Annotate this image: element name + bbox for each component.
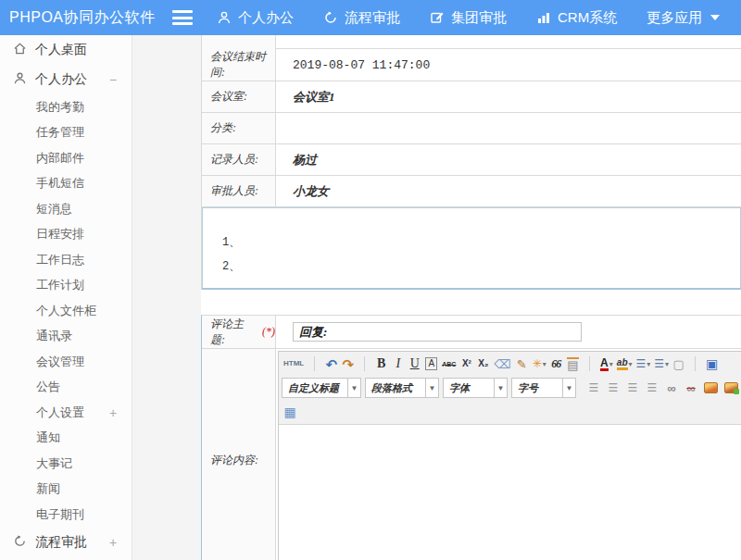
nav-workflow-approval[interactable]: 流程审批 <box>323 9 400 27</box>
chevron-down-icon: ▼ <box>425 379 438 397</box>
italic-icon[interactable]: I <box>390 353 407 375</box>
align-center-icon[interactable]: ☰ <box>605 377 622 399</box>
comment-subject-input[interactable] <box>293 322 582 342</box>
field-value: 杨过 <box>276 144 741 175</box>
sidebar-subitem[interactable]: 个人设置 + <box>0 400 132 426</box>
collapse-icon[interactable]: − <box>107 72 119 87</box>
table-icon[interactable]: ▦ <box>282 401 298 423</box>
table-row: 记录人员: 杨过 <box>202 144 741 176</box>
ordered-list-icon[interactable]: ☰ ▾ <box>634 353 653 375</box>
expand-icon[interactable]: + <box>107 535 119 550</box>
editor-toolbar-row-3: ▦ <box>279 400 741 425</box>
main-layout: 个人桌面 个人办公 − 我的考勤 任务管理 <box>0 35 741 560</box>
sidebar-subitem[interactable]: 手机短信 <box>0 171 132 197</box>
sidebar-subitem[interactable]: 日程安排 <box>0 222 132 248</box>
image-icon[interactable] <box>702 377 720 399</box>
toolbar-separator <box>687 353 704 375</box>
top-nav: 个人办公 流程审批 集团审批 CRM系统 更多应用 <box>217 9 720 27</box>
user-icon <box>13 71 27 88</box>
toolbar-separator <box>582 353 598 375</box>
sidebar-item-desktop[interactable]: 个人桌面 <box>0 35 132 65</box>
sidebar-subitem[interactable]: 公告 <box>0 375 132 401</box>
table-row: 会议室: 会议室1 <box>202 81 741 113</box>
multi-image-icon[interactable] <box>722 377 740 399</box>
content-line: 2、 <box>222 255 731 279</box>
comment-subject-label: 评论主题: (*) <box>202 316 276 348</box>
new-page-icon[interactable]: ▢ <box>671 353 687 375</box>
menu-toggle-icon[interactable] <box>172 10 193 25</box>
nav-crm-system[interactable]: CRM系统 <box>536 9 617 27</box>
remove-format-icon[interactable]: ⌫ <box>492 353 513 375</box>
blockquote-icon[interactable]: 66 <box>548 353 565 375</box>
superscript-icon[interactable]: X² <box>458 353 475 375</box>
subscript-icon[interactable]: X₂ <box>475 353 492 375</box>
chart-icon <box>536 10 551 25</box>
font-color-icon[interactable]: A ▾ <box>598 353 615 375</box>
nav-group-approval[interactable]: 集团审批 <box>430 9 507 27</box>
user-icon <box>217 10 232 25</box>
meeting-content-box: 1、 2、 <box>202 207 741 290</box>
sidebar-subitem[interactable]: 内部邮件 <box>0 145 132 171</box>
chevron-down-icon: ▼ <box>494 379 507 397</box>
font-size-select[interactable]: 字号 ▼ <box>511 378 576 398</box>
content-line: 1、 <box>222 230 731 255</box>
sidebar-subitem[interactable]: 个人文件柜 <box>0 298 132 324</box>
table-row: 审批人员: 小龙女 <box>202 176 741 207</box>
field-label: 记录人员: <box>202 144 276 175</box>
font-style-icon[interactable]: A <box>423 353 440 375</box>
undo-icon[interactable]: ↶ <box>323 353 340 375</box>
content-gutter <box>132 35 201 560</box>
quick-format-icon[interactable]: ✳ ▾ <box>531 353 548 375</box>
align-left-icon[interactable]: ☰ <box>585 377 602 399</box>
sidebar-subitem[interactable]: 我的考勤 <box>0 94 132 120</box>
unlink-icon[interactable]: ∞ <box>683 377 699 399</box>
sidebar-subitem[interactable]: 任务管理 <box>0 120 132 146</box>
field-label: 分类: <box>202 113 276 143</box>
nav-more-apps[interactable]: 更多应用 <box>647 9 720 27</box>
unordered-list-icon[interactable]: ☰ ▾ <box>652 353 671 375</box>
strikethrough-icon[interactable]: ABC <box>440 353 458 375</box>
toolbar-separator <box>357 353 373 375</box>
field-label: 会议结束时间: <box>202 49 276 81</box>
field-value: 2019-08-07 11:47:00 <box>276 49 741 81</box>
sidebar-subitem[interactable]: 会议管理 <box>0 349 132 375</box>
sidebar-subitem[interactable]: 新闻 <box>0 477 132 503</box>
paste-from-word-icon[interactable]: ▤ <box>565 353 582 375</box>
font-family-select[interactable]: 字体 ▼ <box>443 378 508 398</box>
sidebar-item-personal-office[interactable]: 个人办公 − <box>0 65 132 94</box>
edit-icon <box>430 10 445 25</box>
highlight-color-icon[interactable]: ab ▾ <box>615 353 634 375</box>
fullscreen-icon[interactable]: ▣ <box>704 353 721 375</box>
align-right-icon[interactable]: ☰ <box>624 377 641 399</box>
sidebar-subitem[interactable]: 通讯录 <box>0 324 132 350</box>
bold-icon[interactable]: B <box>373 353 390 375</box>
field-value: 会议室1 <box>276 81 741 112</box>
editor-toolbar-row-1: HTML ↶ <box>279 352 741 376</box>
table-row: 会议结束时间: 2019-08-07 11:47:00 <box>202 49 741 81</box>
align-justify-icon[interactable]: ☰ <box>644 377 660 399</box>
field-value: 小龙女 <box>276 176 741 206</box>
link-icon[interactable]: ∞ <box>663 377 680 399</box>
underline-icon[interactable]: U <box>407 353 423 375</box>
sidebar-item-workflow-approval[interactable]: 流程审批 + <box>0 528 132 557</box>
sidebar-subitem[interactable]: 短消息 <box>0 196 132 222</box>
html-source-button[interactable]: HTML <box>282 353 307 375</box>
sidebar-subitem[interactable]: 通知 <box>0 426 132 452</box>
chevron-down-icon: ▼ <box>562 379 575 397</box>
top-header: PHPOA协同办公软件 个人办公 流程审批 集团审批 <box>0 0 741 35</box>
sidebar-subitem[interactable]: 工作日志 <box>0 247 132 273</box>
editor-content-area[interactable] <box>279 425 741 560</box>
rich-text-editor: HTML ↶ <box>278 351 741 560</box>
sidebar-subitem[interactable]: 电子期刊 <box>0 502 132 528</box>
paragraph-format-select[interactable]: 段落格式 ▼ <box>365 378 439 398</box>
meeting-info-table: 会议结束时间: 2019-08-07 11:47:00 会议室: 会议室1 分类… <box>201 35 741 290</box>
sidebar-subitem[interactable]: 大事记 <box>0 451 132 477</box>
redo-icon[interactable]: ↷ <box>340 353 357 375</box>
nav-personal-office[interactable]: 个人办公 <box>217 9 294 27</box>
sidebar-subitem[interactable]: 工作计划 <box>0 273 132 299</box>
heading-select[interactable]: 自定义标题 ▼ <box>282 378 361 398</box>
flow-icon <box>13 534 27 551</box>
format-painter-icon[interactable]: ✎ <box>514 353 531 375</box>
field-value <box>276 113 741 143</box>
chevron-down-icon: ▼ <box>347 379 360 397</box>
